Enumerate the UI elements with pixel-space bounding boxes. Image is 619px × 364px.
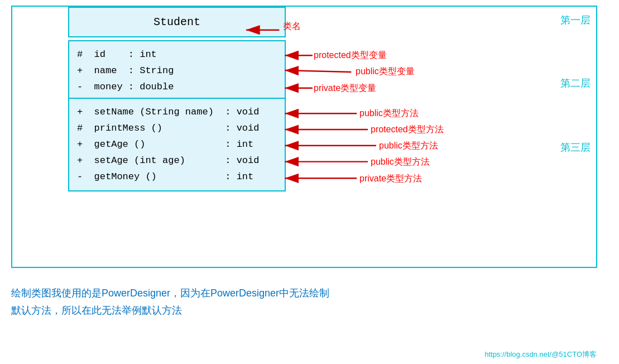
method-line-3: + getAge () : int xyxy=(77,137,277,153)
method-line-4: + setAge (int age) : void xyxy=(77,153,277,169)
svg-line-3 xyxy=(285,70,351,72)
annotation-public-method2: public类型方法 xyxy=(379,140,438,152)
bottom-line2: 默认方法，所以在此无法举例默认方法 xyxy=(11,302,329,319)
layer2-label: 第二层 xyxy=(560,76,591,90)
attr-line-1: # id : int xyxy=(77,47,277,63)
layer3-label: 第三层 xyxy=(560,141,591,154)
class-name-value: Student xyxy=(153,16,200,28)
attributes-section: # id : int + name : String - money : dou… xyxy=(68,40,286,102)
annotation-private-var: private类型变量 xyxy=(314,83,376,94)
watermark: https://blog.csdn.net/@51CTO博客 xyxy=(484,349,597,360)
annotation-public-var: public类型变量 xyxy=(356,66,415,78)
attr-line-2: + name : String xyxy=(77,63,277,79)
method-line-5: - getMoney () : int xyxy=(77,169,277,185)
method-line-2: # printMess () : void xyxy=(77,121,277,137)
method-line-1: + setName (String name) : void xyxy=(77,104,277,121)
annotation-protected-var: protected类型变量 xyxy=(314,50,387,61)
outer-diagram-box: 第一层 第二层 第三层 Student # id : int + name : … xyxy=(11,6,597,268)
class-name-section: Student xyxy=(68,7,286,37)
bottom-line1: 绘制类图我使用的是PowerDesigner，因为在PowerDesigner中… xyxy=(11,285,329,302)
annotation-public-method3: public类型方法 xyxy=(371,156,430,168)
layer1-label: 第一层 xyxy=(560,13,591,27)
annotation-public-method1: public类型方法 xyxy=(359,108,419,119)
bottom-text-block: 绘制类图我使用的是PowerDesigner，因为在PowerDesigner中… xyxy=(11,285,329,319)
methods-section: + setName (String name) : void # printMe… xyxy=(68,98,286,191)
attr-line-3: - money : double xyxy=(77,79,277,95)
annotation-private-method: private类型方法 xyxy=(359,173,422,185)
annotation-protected-method: protected类型方法 xyxy=(371,124,444,136)
annotation-classname: 类名 xyxy=(283,21,301,32)
